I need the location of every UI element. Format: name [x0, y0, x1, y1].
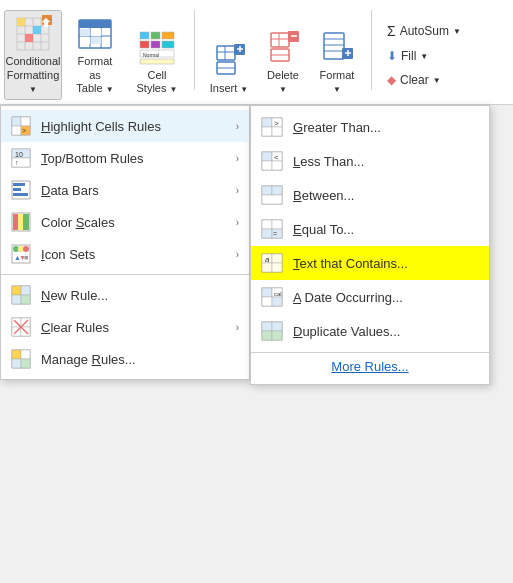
svg-rect-134: [272, 331, 282, 340]
equal-to-item[interactable]: = Equal To...: [251, 212, 489, 246]
between-item[interactable]: Between...: [251, 178, 489, 212]
data-bars-item[interactable]: Data Bars ›: [1, 174, 249, 206]
clear-rules-item[interactable]: Clear Rules ›: [1, 311, 249, 343]
date-occurring-item[interactable]: cal A Date Occurring...: [251, 280, 489, 314]
manage-rules-item[interactable]: Manage Rules...: [1, 343, 249, 375]
delete-label: Delete ▼: [262, 69, 304, 95]
icon-sets-text: Icon Sets: [41, 247, 226, 262]
svg-rect-80: [21, 286, 30, 295]
new-rule-item[interactable]: New Rule...: [1, 279, 249, 311]
insert-icon: [209, 40, 249, 80]
text-contains-text: Text that Contains...: [293, 256, 408, 271]
less-than-text: Less Than...: [293, 154, 364, 169]
svg-rect-98: [262, 127, 272, 136]
svg-text:a: a: [265, 255, 270, 264]
top-bottom-icon: 10 ↑: [11, 148, 31, 168]
svg-rect-19: [80, 37, 90, 44]
format-button[interactable]: Format ▼: [311, 12, 363, 100]
svg-rect-110: [262, 195, 282, 204]
text-contains-item[interactable]: a Text that Contains...: [251, 246, 489, 280]
new-rule-icon: [11, 285, 31, 305]
clear-rules-arrow: ›: [236, 322, 239, 333]
cell-styles-button[interactable]: Normal Cell Styles ▼: [128, 10, 186, 100]
svg-rect-8: [33, 26, 41, 34]
between-text: Between...: [293, 188, 354, 203]
color-scales-arrow: ›: [236, 217, 239, 228]
svg-rect-114: [262, 229, 272, 238]
duplicate-values-item[interactable]: Duplicate Values...: [251, 314, 489, 348]
svg-point-74: [23, 246, 29, 252]
svg-rect-70: [23, 214, 29, 230]
icon-sets-item[interactable]: ▲ ▼ ■ Icon Sets ›: [1, 238, 249, 270]
clear-rules-icon: [11, 317, 31, 337]
format-as-table-button[interactable]: Format as Table ▼: [66, 10, 124, 100]
manage-rules-icon: [11, 349, 31, 369]
svg-rect-7: [25, 34, 33, 42]
svg-text:<: <: [274, 153, 279, 162]
svg-rect-38: [271, 33, 289, 47]
svg-rect-79: [12, 286, 21, 295]
date-occurring-icon: cal: [261, 286, 283, 308]
svg-rect-91: [12, 350, 21, 359]
more-rules-link[interactable]: More Rules...: [331, 359, 408, 374]
new-rule-text: New Rule...: [41, 288, 239, 303]
delete-button[interactable]: Delete ▼: [257, 12, 309, 100]
svg-text:=: =: [273, 230, 277, 237]
insert-button[interactable]: Insert ▼: [203, 12, 255, 100]
autosum-button[interactable]: Σ AutoSum ▼: [380, 19, 468, 43]
ribbon: Conditional Formatting ▼ Format as: [0, 0, 513, 105]
less-than-item[interactable]: < Less Than...: [251, 144, 489, 178]
data-bars-arrow: ›: [236, 185, 239, 196]
svg-text:■: ■: [24, 254, 28, 261]
top-bottom-rules-item[interactable]: 10 ↑ Top/Bottom Rules ›: [1, 142, 249, 174]
icon-sets-icon: ▲ ▼ ■: [11, 244, 31, 264]
svg-rect-112: [262, 220, 272, 229]
fill-button[interactable]: ⬇ Fill ▼: [380, 45, 468, 67]
insert-label: Insert ▼: [210, 82, 249, 95]
svg-rect-64: [13, 183, 25, 186]
clear-button[interactable]: ◆ Clear ▼: [380, 69, 468, 91]
conditional-formatting-button[interactable]: Conditional Formatting ▼: [4, 10, 62, 100]
svg-rect-45: [324, 33, 344, 59]
more-rules-container: More Rules...: [251, 352, 489, 380]
svg-rect-69: [18, 214, 23, 230]
duplicate-values-text: Duplicate Values...: [293, 324, 400, 339]
ribbon-separator: [194, 10, 195, 90]
color-scales-icon: [11, 212, 31, 232]
svg-rect-108: [262, 186, 272, 195]
cell-styles-label: Cell Styles ▼: [137, 69, 178, 95]
greater-than-item[interactable]: > Greater Than...: [251, 110, 489, 144]
svg-rect-131: [262, 322, 272, 331]
svg-rect-22: [151, 32, 160, 39]
svg-rect-66: [13, 193, 28, 196]
clear-dropdown-arrow: ▼: [433, 76, 441, 85]
svg-text:Normal: Normal: [143, 52, 159, 58]
svg-rect-93: [12, 359, 21, 368]
svg-text:10: 10: [15, 151, 23, 158]
highlight-cells-rules-item[interactable]: > Highlight Cells Rules ›: [1, 110, 249, 142]
svg-rect-9: [17, 18, 25, 26]
format-icon: [317, 27, 357, 67]
svg-rect-109: [272, 186, 282, 195]
svg-rect-122: [272, 263, 282, 272]
svg-rect-128: [272, 297, 282, 306]
duplicate-values-icon: [261, 320, 283, 342]
less-than-icon: <: [261, 150, 283, 172]
ribbon-separator-2: [371, 10, 372, 90]
icon-sets-arrow: ›: [236, 249, 239, 260]
svg-rect-25: [151, 41, 160, 48]
equal-to-text: Equal To...: [293, 222, 354, 237]
highlight-cells-icon: >: [11, 116, 31, 136]
color-scales-item[interactable]: Color Scales ›: [1, 206, 249, 238]
autosum-fill-clear-group: Σ AutoSum ▼ ⬇ Fill ▼ ◆ Clear ▼: [380, 10, 468, 100]
svg-text:cal: cal: [274, 291, 282, 297]
svg-rect-94: [21, 359, 30, 368]
svg-rect-54: [21, 117, 30, 126]
format-label: Format ▼: [316, 69, 358, 95]
svg-rect-99: [272, 127, 282, 136]
svg-rect-96: [262, 118, 272, 127]
format-as-table-icon: [75, 15, 115, 53]
fill-dropdown-arrow: ▼: [420, 52, 428, 61]
svg-rect-26: [162, 41, 174, 48]
delete-icon: [263, 27, 303, 67]
